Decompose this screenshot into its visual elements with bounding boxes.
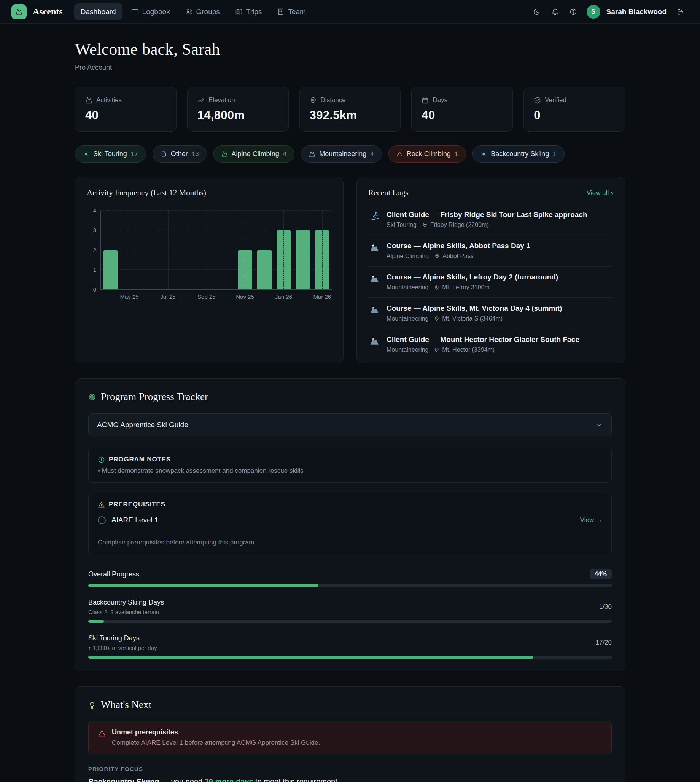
building-icon	[277, 8, 285, 16]
nav-item-team[interactable]: Team	[270, 3, 312, 20]
nav-label: Dashboard	[81, 8, 116, 16]
info-icon	[98, 456, 105, 463]
chip-count: 4	[370, 150, 373, 158]
trending-up-icon	[197, 97, 205, 104]
snowflake-icon	[83, 151, 89, 157]
unmet-prerequisites-alert: Unmet prerequisites Complete AIARE Level…	[88, 721, 612, 754]
x-tick-label	[139, 294, 158, 300]
alert-body: Complete AIARE Level 1 before attempting…	[112, 739, 320, 747]
chip-label: Rock Climbing	[407, 150, 451, 158]
log-content: Client Guide — Mount Hector Hector Glaci…	[387, 336, 579, 353]
log-subtitle: Mountaineering Mt. Lefroy 3100m	[387, 284, 558, 291]
chip-count: 4	[283, 150, 287, 158]
log-content: Course — Alpine Skills, Mt. Victoria Day…	[387, 304, 562, 322]
log-title: Course — Alpine Skills, Lefroy Day 2 (tu…	[387, 273, 558, 281]
progress-track	[88, 620, 612, 623]
chip-label: Ski Touring	[93, 150, 127, 158]
log-item[interactable]: Course — Alpine Skills, Abbot Pass Day 1…	[368, 235, 613, 266]
book-open-icon	[131, 8, 139, 16]
progress-fill	[88, 584, 318, 587]
chip-rock-climbing[interactable]: Rock Climbing 1	[388, 145, 467, 162]
priority-text: to meet this requirement.	[253, 777, 340, 782]
dark-mode-toggle[interactable]	[529, 4, 545, 20]
mountain-icon	[369, 274, 380, 285]
nav-item-logbook[interactable]: Logbook	[125, 3, 177, 20]
user-name[interactable]: Sarah Blackwood	[607, 8, 667, 16]
activity-chips-row: Ski Touring 17 Other 13 Alpine Climbing …	[75, 145, 625, 162]
prerequisite-checkbox[interactable]	[98, 516, 106, 524]
chart-bar-slot	[101, 211, 120, 289]
prerequisite-view-link[interactable]: View →	[580, 516, 602, 524]
chip-count: 13	[192, 150, 199, 158]
chart-bar	[103, 250, 118, 290]
x-tick-label: May 25	[120, 294, 139, 300]
nav-label: Logbook	[142, 8, 170, 16]
help-circle-icon	[570, 8, 577, 16]
chip-mountaineering[interactable]: Mountaineering 4	[301, 145, 382, 162]
stat-head: Elevation	[197, 96, 278, 104]
log-category: Mountaineering	[387, 284, 428, 291]
stat-label: Elevation	[208, 96, 235, 104]
nav-label: Trips	[246, 8, 262, 16]
priority-text: — you need	[159, 777, 205, 782]
y-tick-label: 2	[93, 247, 96, 254]
progress-label: Ski Touring Days	[88, 634, 157, 642]
log-category: Mountaineering	[387, 346, 428, 353]
help-button[interactable]	[565, 4, 581, 20]
progress-track	[88, 656, 612, 658]
nav-label: Groups	[196, 8, 220, 16]
page-title: Welcome back, Sarah	[75, 40, 625, 59]
alert-content: Unmet prerequisites Complete AIARE Level…	[112, 729, 320, 747]
log-item[interactable]: Course — Alpine Skills, Mt. Victoria Day…	[368, 297, 613, 329]
program-select[interactable]: ACMG Apprentice Ski Guide	[88, 413, 612, 436]
logout-button[interactable]	[673, 4, 688, 20]
y-tick-label: 1	[93, 267, 96, 273]
stat-head: Distance	[310, 96, 391, 104]
stat-head: Verified	[534, 96, 615, 104]
nav-right: S Sarah Blackwood	[529, 4, 688, 20]
prerequisite-item: AIARE Level 1 View →	[98, 516, 602, 524]
chip-other[interactable]: Other 13	[153, 145, 207, 162]
chart-bar-slot	[235, 211, 255, 289]
alert-title: Unmet prerequisites	[112, 729, 320, 736]
nav-item-trips[interactable]: Trips	[228, 3, 268, 20]
log-title: Client Guide — Mount Hector Hector Glaci…	[387, 336, 579, 344]
map-pin-icon	[434, 285, 439, 290]
log-item[interactable]: Course — Alpine Skills, Lefroy Day 2 (tu…	[368, 266, 613, 297]
recent-logs-header: Recent Logs View all ›	[368, 187, 613, 204]
notifications-button[interactable]	[547, 4, 563, 20]
avatar[interactable]: S	[587, 5, 600, 18]
priority-highlight: 29 more days	[205, 777, 253, 782]
log-item[interactable]: Client Guide — Mount Hector Hector Glaci…	[368, 329, 613, 360]
chip-backcountry-skiing[interactable]: Backcountry Skiing 1	[472, 145, 565, 162]
calendar-icon	[422, 97, 429, 104]
map-icon	[235, 8, 243, 16]
progress-row-ski-touring: Ski Touring Days ↑ 1,000+ m vertical per…	[88, 634, 612, 658]
snowflake-icon	[480, 151, 487, 157]
stat-head: Activities	[85, 96, 166, 104]
nav-item-dashboard[interactable]: Dashboard	[74, 3, 122, 20]
log-title: Course — Alpine Skills, Mt. Victoria Day…	[387, 304, 562, 312]
map-pin-icon	[310, 97, 317, 104]
chip-alpine-climbing[interactable]: Alpine Climbing 4	[213, 145, 295, 162]
progress-sublabel: ↑ 1,000+ m vertical per day	[88, 645, 157, 651]
view-all-link[interactable]: View all ›	[587, 189, 613, 197]
progress-fill	[88, 656, 533, 658]
x-tick-label: Jul 25	[158, 294, 178, 300]
app-logo[interactable]	[12, 4, 27, 19]
progress-percent-badge: 44%	[590, 569, 612, 580]
log-item[interactable]: Client Guide — Frisby Ridge Ski Tour Las…	[368, 204, 613, 235]
nav-item-groups[interactable]: Groups	[179, 3, 227, 20]
chart-x-axis: May 25Jul 25Sep 25Nov 25Jan 26Mar 26	[100, 294, 332, 300]
x-tick-label	[293, 294, 313, 300]
gridline-vertical	[322, 211, 323, 289]
program-notes-body: • Must demonstrate snowpack assessment a…	[98, 467, 602, 475]
program-notes-heading-row: PROGRAM NOTES	[98, 456, 602, 463]
progress-sublabel: Class 2–3 avalanche terrain	[88, 609, 164, 615]
app-name: Ascents	[33, 7, 63, 17]
chip-ski-touring[interactable]: Ski Touring 17	[75, 145, 146, 162]
log-location: Mt. Lefroy 3100m	[442, 284, 490, 291]
stat-card-activities: Activities 40	[75, 87, 177, 132]
stat-card-days: Days 40	[411, 87, 513, 132]
chart-bar	[257, 250, 271, 290]
